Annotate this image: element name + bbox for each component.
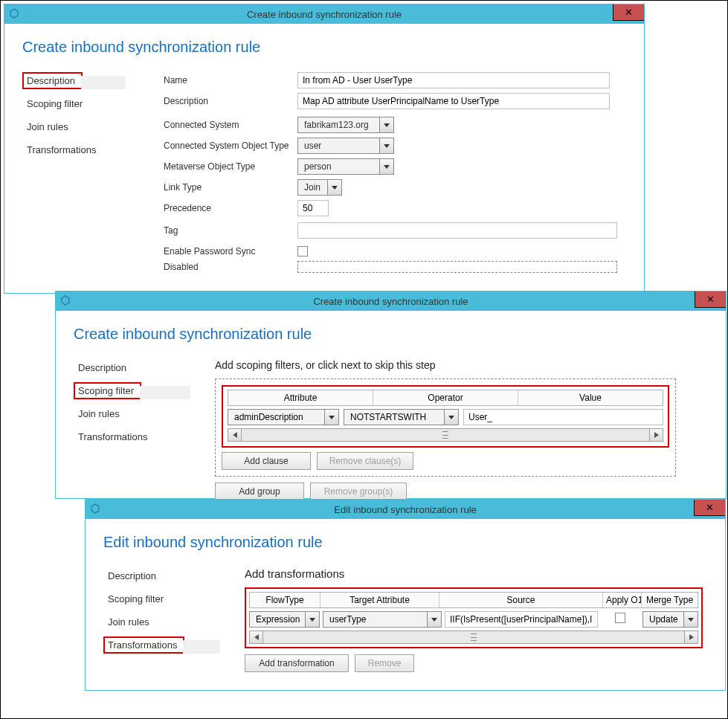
trans-header-row: FlowType Target Attribute Source Apply O…: [249, 592, 698, 608]
eps-label: Enable Password Sync: [164, 246, 297, 257]
sidebar-item-join[interactable]: Join rules: [74, 405, 124, 422]
sidebar-item-transformations[interactable]: Transformations: [22, 141, 100, 158]
scroll-right-icon[interactable]: [649, 429, 663, 441]
csot-label: Connected System Object Type: [164, 141, 297, 151]
header-value: Value: [518, 390, 663, 405]
titlebar[interactable]: Create inbound synchronization rule ✕: [4, 4, 644, 24]
horizontal-scrollbar[interactable]: [228, 428, 663, 442]
sidebar-item-description[interactable]: Description: [22, 72, 83, 89]
target-attribute-select[interactable]: userType: [323, 611, 442, 628]
close-button[interactable]: ✕: [694, 500, 725, 516]
header-attribute: Attribute: [228, 390, 373, 405]
wizard-sidebar: Description Scoping filter Join rules Tr…: [74, 359, 215, 500]
transformations-table: FlowType Target Attribute Source Apply O…: [245, 587, 703, 648]
scope-header-row: Attribute Operator Value: [228, 390, 663, 406]
window-title: Create inbound synchronization rule: [313, 296, 468, 307]
header-mergetype: Merge Type: [642, 593, 698, 607]
page-heading: Create inbound synchronization rule: [22, 39, 622, 56]
window-create-rule-description: Create inbound synchronization rule ✕ Cr…: [4, 4, 645, 294]
link-type-select[interactable]: Join: [297, 179, 342, 196]
titlebar[interactable]: Edit inbound synchronization rule ✕: [86, 500, 725, 519]
sidebar-item-description[interactable]: Description: [103, 567, 161, 584]
disabled-label: Disabled: [164, 262, 297, 272]
chevron-down-icon: [428, 612, 441, 627]
eps-checkbox[interactable]: [297, 246, 308, 257]
scroll-left-icon[interactable]: [228, 429, 242, 441]
scroll-left-icon[interactable]: [250, 631, 263, 643]
chevron-down-icon: [328, 180, 341, 195]
chevron-down-icon: [306, 612, 319, 627]
close-button[interactable]: ✕: [613, 4, 644, 21]
scoping-clause-group: Attribute Operator Value adminDescriptio…: [222, 385, 669, 448]
scroll-right-icon[interactable]: [684, 631, 698, 643]
attribute-select[interactable]: adminDescription: [228, 409, 339, 425]
chevron-down-icon: [445, 410, 458, 425]
add-group-button[interactable]: Add group: [215, 483, 304, 500]
chevron-down-icon: [380, 117, 393, 132]
window-title: Create inbound synchronization rule: [247, 9, 402, 20]
horizontal-scrollbar[interactable]: [249, 631, 698, 644]
window-edit-rule-transformations: Edit inbound synchronization rule ✕ Edit…: [85, 499, 726, 691]
header-operator: Operator: [373, 390, 518, 405]
description-label: Description: [164, 96, 297, 106]
header-flowtype: FlowType: [250, 593, 320, 607]
name-label: Name: [164, 75, 297, 86]
connected-system-label: Connected System: [164, 120, 297, 130]
section-heading: Add transformations: [245, 567, 703, 580]
mergetype-select[interactable]: Update: [642, 611, 698, 628]
flowtype-select[interactable]: Expression: [249, 611, 320, 628]
value-input[interactable]: [463, 409, 663, 425]
header-source: Source: [439, 593, 603, 607]
tag-label: Tag: [164, 225, 297, 236]
remove-transformation-button[interactable]: Remove: [355, 654, 414, 672]
chevron-down-icon: [325, 410, 338, 425]
window-title: Edit inbound synchronization rule: [334, 504, 477, 515]
sidebar-item-scoping[interactable]: Scoping filter: [103, 590, 168, 607]
mot-select[interactable]: person: [297, 158, 394, 175]
csot-select[interactable]: user: [297, 138, 394, 154]
sidebar-item-transformations[interactable]: Transformations: [74, 428, 152, 445]
add-clause-button[interactable]: Add clause: [222, 452, 311, 470]
operator-select[interactable]: NOTSTARTSWITH: [344, 409, 459, 425]
header-target: Target Attribute: [320, 593, 439, 607]
page-heading: Create inbound synchronization rule: [74, 326, 703, 343]
sidebar-item-scoping[interactable]: Scoping filter: [74, 382, 141, 399]
remove-clause-button[interactable]: Remove clause(s): [317, 452, 413, 470]
instruction-text: Add scoping filters, or click next to sk…: [215, 359, 703, 371]
add-transformation-button[interactable]: Add transformation: [245, 654, 349, 672]
close-button[interactable]: ✕: [695, 291, 726, 308]
window-create-rule-scoping: Create inbound synchronization rule ✕ Cr…: [55, 291, 727, 499]
link-type-label: Link Type: [164, 182, 297, 193]
sidebar-item-transformations[interactable]: Transformations: [103, 636, 184, 654]
sidebar-item-description[interactable]: Description: [74, 359, 131, 376]
sidebar-item-scoping[interactable]: Scoping filter: [22, 95, 87, 112]
precedence-label: Precedence: [164, 203, 297, 213]
wizard-sidebar: Description Scoping filter Join rules Tr…: [103, 567, 245, 672]
titlebar[interactable]: Create inbound synchronization rule ✕: [56, 291, 726, 311]
sidebar-item-join[interactable]: Join rules: [22, 118, 73, 135]
disabled-checkbox[interactable]: [297, 261, 617, 273]
app-icon: [60, 295, 71, 306]
mot-label: Metaverse Object Type: [164, 161, 297, 172]
precedence-input[interactable]: [297, 200, 329, 216]
wizard-sidebar: Description Scoping filter Join rules Tr…: [22, 72, 164, 277]
name-input[interactable]: [297, 72, 610, 88]
tag-input[interactable]: [297, 222, 617, 239]
app-icon: [9, 8, 19, 19]
sidebar-item-join[interactable]: Join rules: [103, 613, 154, 631]
chevron-down-icon: [380, 138, 393, 153]
source-input[interactable]: [445, 611, 598, 628]
remove-group-button[interactable]: Remove group(s): [310, 483, 407, 500]
applyonce-checkbox[interactable]: [615, 613, 625, 623]
connected-system-select[interactable]: fabrikam123.org: [297, 117, 394, 133]
chevron-down-icon: [380, 159, 393, 174]
app-icon: [90, 503, 100, 514]
description-input[interactable]: [297, 93, 610, 109]
page-heading: Edit inbound synchronization rule: [103, 534, 703, 551]
chevron-down-icon: [684, 612, 698, 627]
header-applyonce: Apply O1: [603, 593, 642, 607]
